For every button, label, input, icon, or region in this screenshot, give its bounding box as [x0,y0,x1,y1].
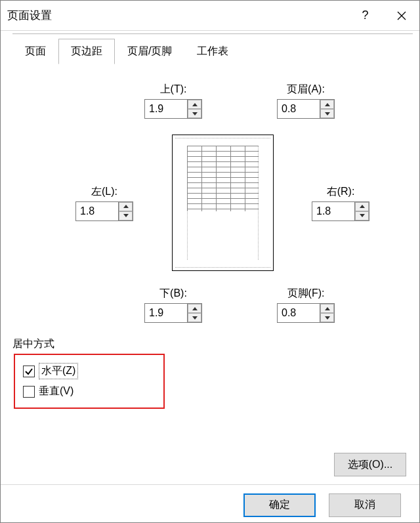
tab-margins[interactable]: 页边距 [58,39,115,64]
margins-pane: 上(T): 页眉(A): [1,64,419,484]
header-spin-buttons [320,100,334,118]
preview-footer-line [175,260,270,268]
tab-headerfooter[interactable]: 页眉/页脚 [115,39,184,64]
titlebar: 页面设置 ? [1,1,419,31]
center-on-page-group: 居中方式 水平(Z) 垂直(V) [14,337,406,409]
field-right: 右(R): [301,185,380,221]
top-spin-buttons [187,100,201,118]
tab-sheet[interactable]: 工作表 [184,39,241,64]
tab-strip: 页面 页边距 页眉/页脚 工作表 [12,39,413,64]
footer-spinner[interactable] [277,303,335,323]
options-button[interactable]: 选项(O)... [334,453,406,476]
options-row: 选项(O)... [334,453,406,476]
ok-button[interactable]: 确定 [243,493,316,517]
top-spinner[interactable] [144,99,202,119]
right-spin-buttons [354,202,369,220]
header-input[interactable] [278,100,320,118]
top-label: 上(T): [134,83,213,96]
header-spinner[interactable] [277,99,335,119]
left-spin-buttons [118,202,133,220]
top-spin-up[interactable] [188,100,201,109]
right-label: 右(R): [301,185,380,199]
row-bottom: 下(B): 页脚(F): [73,287,406,323]
left-spinner[interactable] [75,201,133,221]
bottom-spinner[interactable] [144,303,202,323]
header-spin-down[interactable] [320,109,334,118]
field-header: 页眉(A): [266,83,345,119]
header-spin-up[interactable] [320,100,334,109]
footer-spin-down[interactable] [320,313,334,322]
footer-input[interactable] [278,304,320,322]
row-top: 上(T): 页眉(A): [73,83,406,119]
preview-content-grid [187,146,259,211]
right-spinner[interactable] [312,201,369,221]
center-vertical-row[interactable]: 垂直(V) [23,382,156,401]
header-label: 页眉(A): [266,83,345,96]
command-bar: 确定 取消 [1,484,419,523]
preview-header-line [175,138,270,146]
window-title: 页面设置 [7,8,347,23]
left-spin-down[interactable] [119,211,133,220]
field-footer: 页脚(F): [266,287,345,323]
right-spin-down[interactable] [355,211,369,220]
close-button[interactable] [383,1,419,31]
top-spin-down[interactable] [188,109,201,118]
tab-page[interactable]: 页面 [12,39,58,64]
left-input[interactable] [76,202,118,220]
bottom-spin-down[interactable] [188,313,201,322]
field-bottom: 下(B): [134,287,213,323]
top-input[interactable] [145,100,187,118]
help-button[interactable]: ? [347,1,383,31]
row-mid: 左(L): 右(R): [14,135,406,271]
left-label: 左(L): [65,185,144,199]
bottom-spin-buttons [187,304,201,322]
tab-underline [12,33,413,34]
field-left: 左(L): [65,185,144,221]
cancel-button[interactable]: 取消 [329,493,401,517]
center-horizontal-checkbox[interactable] [23,366,35,377]
bottom-label: 下(B): [134,287,213,301]
close-icon [397,11,406,20]
footer-spin-up[interactable] [320,304,334,313]
bottom-spin-up[interactable] [188,304,201,313]
checkmark-icon [24,367,33,376]
footer-spin-buttons [320,304,334,322]
bottom-input[interactable] [145,304,187,322]
center-legend: 居中方式 [12,337,406,351]
page-preview [172,135,274,271]
footer-label: 页脚(F): [266,287,345,301]
center-vertical-label: 垂直(V) [39,385,74,398]
field-top: 上(T): [134,83,213,119]
center-vertical-checkbox[interactable] [23,386,35,398]
center-horizontal-label: 水平(Z) [39,363,78,379]
center-options-highlight: 水平(Z) 垂直(V) [14,354,165,409]
left-spin-up[interactable] [119,202,133,211]
page-setup-dialog: 页面设置 ? 页面 页边距 页眉/页脚 工作表 上(T): [0,0,420,523]
help-icon: ? [362,9,368,22]
right-input[interactable] [312,202,354,220]
center-horizontal-row[interactable]: 水平(Z) [23,360,156,382]
right-spin-up[interactable] [355,202,369,211]
